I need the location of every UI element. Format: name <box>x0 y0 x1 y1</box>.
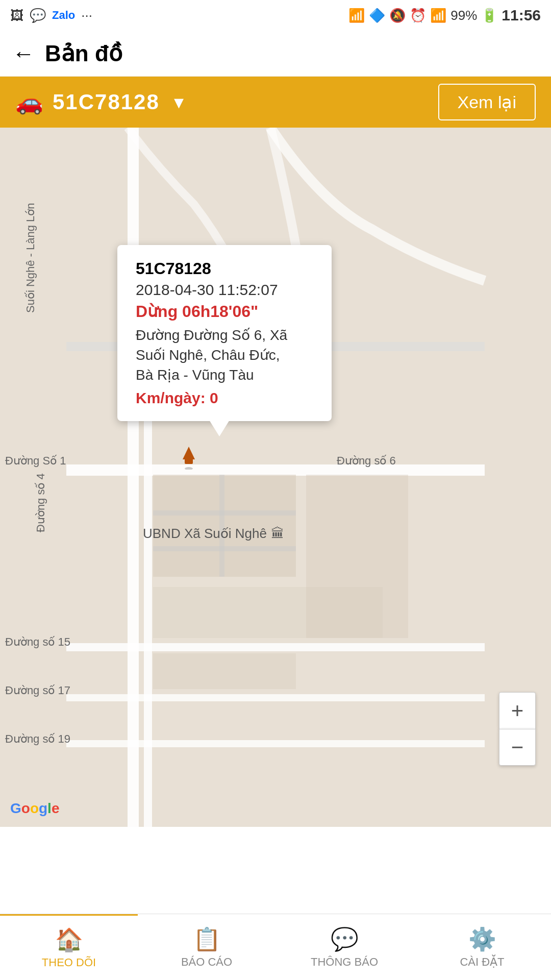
google-watermark: Google <box>10 800 59 817</box>
sim-icon: 📶 <box>348 8 365 23</box>
road-label-duong-so-4: Đường số 4 <box>34 473 47 532</box>
popup-plate: 51C78128 <box>136 259 313 278</box>
vehicle-marker[interactable] <box>179 444 199 470</box>
zoom-out-button[interactable]: − <box>499 729 536 766</box>
message-icon: 💬 <box>30 8 46 23</box>
nav-label-cai-dat: CÀI ĐẶT <box>460 955 504 969</box>
status-bar: 🖼 💬 Zalo ··· 📶 🔷 🔕 ⏰ 📶 99% 🔋 11:56 <box>0 0 551 31</box>
car-icon: 🚗 <box>15 89 43 115</box>
bluetooth-icon: 🔷 <box>369 8 385 23</box>
zalo-icon: Zalo <box>52 9 75 22</box>
nav-label-thong-bao: THÔNG BÁO <box>311 955 378 969</box>
road-label-duong-so-6: Đường số 6 <box>337 454 396 468</box>
svg-rect-1 <box>128 128 139 827</box>
battery-text: 99% <box>450 8 477 23</box>
road-label-suoi-nghe: Suối Nghê - Làng Lớn <box>24 203 37 313</box>
notification-icon: 💬 <box>331 926 359 952</box>
road-label-duong-so-19: Đường số 19 <box>5 732 70 746</box>
popup-status: Dừng 06h18'06" <box>136 302 313 321</box>
zoom-in-button[interactable]: + <box>499 692 536 729</box>
map-svg <box>0 128 551 827</box>
nav-item-thong-bao[interactable]: 💬 THÔNG BÁO <box>276 914 413 980</box>
svg-rect-6 <box>66 694 485 701</box>
popup-address-line2: Suối Nghê, Châu Đức, <box>136 347 280 363</box>
map-container[interactable]: Suối Nghê - Làng Lớn Đường Số 1 Đường số… <box>0 128 551 827</box>
popup-address-line1: Đường Đường Số 6, Xã <box>136 327 287 343</box>
report-icon: 📋 <box>193 926 221 952</box>
xem-lai-button[interactable]: Xem lại <box>438 84 536 120</box>
header: ← Bản đồ <box>0 31 551 77</box>
popup-address-line3: Bà Rịa - Vũng Tàu <box>136 367 254 383</box>
nav-label-bao-cao: BÁO CÁO <box>181 955 232 969</box>
image-icon: 🖼 <box>10 8 23 23</box>
nav-label-theo-doi: THEO DÕI <box>42 956 96 969</box>
chevron-down-icon: ▾ <box>174 91 184 113</box>
popup-km: Km/ngày: 0 <box>136 389 313 407</box>
back-button[interactable]: ← <box>12 41 35 66</box>
more-icon: ··· <box>81 8 92 23</box>
ubnd-icon: 🏛 <box>271 526 284 542</box>
road-label-duong-so-17: Đường số 17 <box>5 684 70 697</box>
svg-point-16 <box>185 467 193 470</box>
nav-item-bao-cao[interactable]: 📋 BÁO CÁO <box>138 914 276 980</box>
home-icon: 🏠 <box>55 926 83 953</box>
status-bar-right: 📶 🔷 🔕 ⏰ 📶 99% 🔋 11:56 <box>348 7 541 24</box>
nav-item-theo-doi[interactable]: 🏠 THEO DÕI <box>0 914 138 980</box>
status-bar-left: 🖼 💬 Zalo ··· <box>10 8 92 23</box>
svg-rect-12 <box>306 577 408 638</box>
page-title: Bản đồ <box>45 40 122 66</box>
road-label-duong-so-15: Đường số 15 <box>5 635 70 649</box>
mute-icon: 🔕 <box>389 8 406 23</box>
ubnd-text: UBND Xã Suối Nghê <box>143 526 267 542</box>
settings-icon: ⚙️ <box>468 926 496 952</box>
vehicle-selector[interactable]: 🚗 51C78128 ▾ <box>15 89 438 115</box>
svg-rect-9 <box>306 475 408 577</box>
zoom-controls: + − <box>499 692 536 766</box>
svg-rect-11 <box>153 653 296 689</box>
svg-rect-18 <box>185 457 193 464</box>
time-display: 11:56 <box>502 7 541 24</box>
alarm-icon: ⏰ <box>410 8 426 23</box>
vehicle-bar: 🚗 51C78128 ▾ Xem lại <box>0 77 551 128</box>
ubnd-label: UBND Xã Suối Nghê 🏛 <box>143 526 284 542</box>
popup-datetime: 2018-04-30 11:52:07 <box>136 281 313 299</box>
battery-icon: 🔋 <box>481 8 497 23</box>
nav-item-cai-dat[interactable]: ⚙️ CÀI ĐẶT <box>413 914 551 980</box>
svg-rect-7 <box>66 740 485 747</box>
wifi-icon: 📶 <box>430 8 446 23</box>
vehicle-plate: 51C78128 <box>53 90 160 114</box>
popup-address: Đường Đường Số 6, Xã Suối Nghê, Châu Đức… <box>136 325 313 385</box>
bottom-nav: 🏠 THEO DÕI 📋 BÁO CÁO 💬 THÔNG BÁO ⚙️ CÀI … <box>0 914 551 980</box>
svg-rect-4 <box>66 464 485 476</box>
svg-rect-5 <box>66 643 485 651</box>
info-popup: 51C78128 2018-04-30 11:52:07 Dừng 06h18'… <box>117 245 332 421</box>
road-label-duong-so-1: Đường Số 1 <box>5 454 66 468</box>
